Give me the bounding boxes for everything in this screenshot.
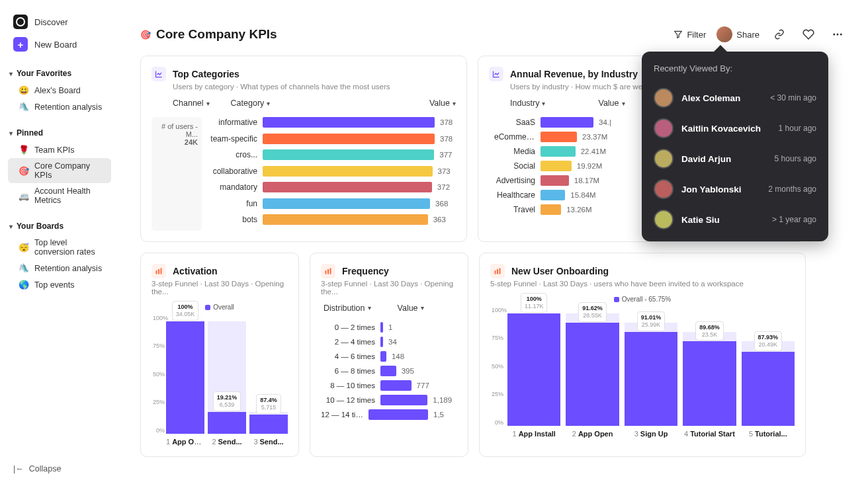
funnel-value-box: 89.68%23.5K — [695, 321, 724, 341]
item-emoji: 🛝 — [19, 263, 29, 273]
bar-fill — [380, 380, 412, 391]
viewer-time: < 30 min ago — [770, 93, 816, 102]
bar-value: 777 — [417, 382, 441, 389]
sidebar-item[interactable]: 😴Top level conversion rates — [8, 235, 111, 260]
bar-value: 1,189 — [433, 396, 456, 404]
favorite-button[interactable] — [799, 25, 818, 44]
bar-value: 368 — [435, 200, 459, 208]
bar-label: 2 — 4 times — [321, 338, 375, 346]
bar-value: 378 — [440, 118, 464, 126]
funnel-column: 87.93%20.49K — [742, 307, 795, 426]
bar-value: 148 — [392, 352, 415, 360]
filter-button[interactable]: Filter — [673, 30, 706, 40]
funnel-value-box: 87.4%5,715 — [256, 394, 281, 414]
bar-label: collaborative — [210, 167, 257, 176]
frequency-card: Frequency 3-step Funnel · Last 30 Days ·… — [310, 253, 468, 457]
bar-label: Advertising — [494, 176, 535, 185]
value-dropdown[interactable]: Value▾ — [429, 99, 456, 108]
avatar — [654, 210, 673, 229]
item-emoji: 🚐 — [19, 191, 29, 201]
card-subtitle: Users by category · What types of channe… — [173, 83, 456, 91]
channel-dropdown[interactable]: Channel▾ — [173, 99, 210, 108]
sidebar-item[interactable]: 🌹Team KPIs — [8, 142, 111, 158]
viewer-time: 2 months ago — [768, 184, 816, 194]
bar-label: bots — [210, 215, 257, 224]
link-button[interactable] — [770, 25, 789, 44]
avatar — [654, 149, 673, 169]
bar-value: 18.17M — [574, 177, 599, 184]
your-boards-list: 😴Top level conversion rates🛝Retention an… — [8, 235, 111, 293]
bar-fill — [541, 204, 561, 215]
viewer-name: David Arjun — [681, 154, 767, 164]
bar-fill — [380, 337, 383, 347]
funnel-column: 91.62%28.55K — [566, 307, 619, 426]
x-label: 2App Open — [566, 430, 619, 438]
svg-rect-6 — [326, 270, 327, 274]
sidebar-item[interactable]: 😀Alex's Board — [8, 82, 111, 99]
item-label: Alex's Board — [34, 86, 81, 95]
more-button[interactable] — [828, 25, 847, 44]
favorites-header[interactable]: ▾ Your Favorites — [8, 65, 111, 82]
dots-icon — [832, 28, 844, 40]
viewer-time: 5 hours ago — [775, 154, 816, 163]
industry-dropdown[interactable]: Industry▾ — [510, 99, 545, 108]
x-label: 3Sign Up — [625, 430, 677, 438]
discover-label: Discover — [34, 17, 68, 27]
distribution-dropdown[interactable]: Distribution▾ — [324, 304, 371, 313]
bar-row: bots363 — [210, 214, 464, 225]
bar-row: collaborative373 — [210, 166, 464, 177]
svg-rect-5 — [161, 268, 162, 274]
svg-point-1 — [837, 34, 839, 36]
bar-fill — [263, 214, 428, 225]
bar-label: SaaS — [494, 118, 535, 127]
viewer-row[interactable]: Katie Siu> 1 year ago — [654, 204, 816, 235]
viewer-row[interactable]: David Arjun5 hours ago — [654, 143, 816, 174]
sidebar-item[interactable]: 🚐Account Health Metrics — [8, 183, 111, 208]
chart-icon — [152, 67, 166, 81]
bar-label: Social — [494, 161, 535, 171]
sidebar-item[interactable]: 🛝Retention analysis — [8, 260, 111, 276]
funnel-column: 87.4%5,715 — [249, 315, 288, 434]
viewer-row[interactable]: Kaitlin Kovacevich1 hour ago — [654, 113, 816, 143]
viewer-name: Katie Siu — [681, 215, 764, 225]
pinned-header[interactable]: ▾ Pinned — [8, 124, 111, 142]
svg-rect-9 — [495, 270, 496, 274]
value-dropdown[interactable]: Value▾ — [398, 304, 424, 313]
share-button[interactable]: Share — [716, 26, 760, 42]
new-board-label: New Board — [34, 40, 77, 50]
chevron-down-icon: ▾ — [9, 223, 13, 230]
bar-value: 363 — [433, 216, 457, 224]
bar-row: 4 — 6 times148 — [321, 351, 457, 362]
bar-fill — [380, 322, 383, 333]
bar-label: 4 — 6 times — [321, 352, 375, 360]
discover-nav[interactable]: Discover — [8, 11, 111, 33]
sidebar-item[interactable]: 🛝Retention analysis — [8, 99, 111, 115]
sidebar-item[interactable]: 🌎Top events — [8, 276, 111, 293]
item-label: Top level conversion rates — [34, 238, 106, 257]
viewer-row[interactable]: Jon Yablonski2 months ago — [654, 174, 816, 204]
item-emoji: 🌹 — [19, 145, 29, 155]
new-board-nav[interactable]: + New Board — [8, 33, 111, 56]
bar-value: 19.92M — [577, 162, 602, 170]
avatar — [716, 26, 732, 42]
value-dropdown[interactable]: Value▾ — [598, 99, 625, 108]
bar-label: informative — [210, 118, 257, 127]
popover-title: Recently Viewed By: — [654, 63, 816, 73]
collapse-button[interactable]: |← Collapse — [8, 460, 111, 477]
bar-row: 8 — 10 times777 — [321, 380, 457, 391]
collapse-icon: |← — [13, 464, 24, 473]
bar-fill — [541, 190, 565, 200]
bar-value: 373 — [438, 167, 462, 175]
bar-row: fun368 — [210, 198, 464, 209]
category-dropdown[interactable]: Category▾ — [231, 99, 271, 108]
funnel-column: 89.68%23.5K — [683, 307, 736, 426]
bar-label: mandatory — [210, 183, 257, 192]
bar-row: 6 — 8 times395 — [321, 366, 457, 376]
bar-row: 12 — 14 times1,5 — [321, 409, 457, 420]
sidebar-item[interactable]: 🎯Core Company KPIs — [8, 158, 111, 183]
item-emoji: 🌎 — [19, 280, 29, 290]
viewer-row[interactable]: Alex Coleman< 30 min ago — [654, 83, 816, 113]
card-title: Activation — [173, 266, 218, 276]
your-boards-header[interactable]: ▾ Your Boards — [8, 218, 111, 235]
item-emoji: 🎯 — [19, 166, 29, 176]
